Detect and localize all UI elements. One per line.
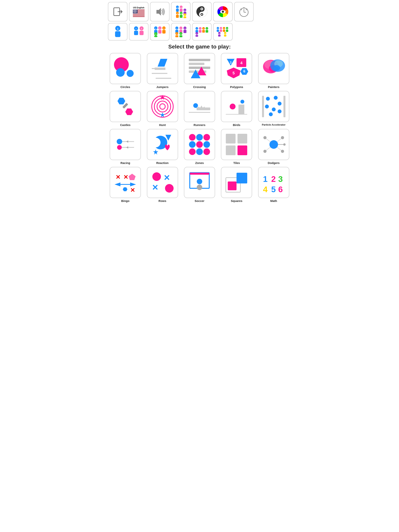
- svg-rect-114: [217, 30, 219, 32]
- svg-point-13: [135, 10, 136, 11]
- svg-text:✕: ✕: [130, 187, 135, 193]
- game-jumpers[interactable]: Jumpers: [145, 53, 180, 89]
- game-soccer[interactable]: Soccer: [182, 167, 217, 203]
- svg-text:6: 6: [225, 33, 225, 34]
- svg-point-17: [135, 11, 136, 11]
- game-reaction-label: Reaction: [156, 161, 168, 165]
- exit-button[interactable]: [108, 2, 127, 21]
- svg-point-14: [136, 10, 137, 11]
- svg-point-51: [201, 14, 202, 15]
- svg-text:✕: ✕: [152, 183, 158, 192]
- svg-rect-226: [190, 173, 209, 175]
- player-5-button[interactable]: 1 2 3 4 5: [192, 23, 212, 40]
- game-runners[interactable]: Runners: [182, 91, 217, 127]
- section-title: Select the game to play:: [108, 44, 291, 50]
- svg-point-198: [203, 141, 210, 148]
- svg-rect-205: [238, 146, 247, 155]
- svg-text:2: 2: [181, 7, 182, 8]
- player-4-button[interactable]: 1 2 3 4 5: [171, 23, 191, 40]
- color-wheel-button[interactable]: [213, 2, 233, 21]
- game-particle-accelerator[interactable]: Particle Accelerator: [256, 91, 291, 127]
- players-button[interactable]: 1 2 3 4 5 6: [171, 2, 191, 21]
- player-3-button[interactable]: 1 2 3 4: [150, 23, 169, 40]
- svg-point-170: [193, 103, 198, 108]
- svg-point-211: [281, 150, 284, 153]
- svg-rect-36: [176, 15, 179, 18]
- svg-rect-78: [162, 30, 166, 33]
- svg-text:✕: ✕: [123, 174, 128, 180]
- svg-rect-45: [184, 17, 186, 18]
- game-circles[interactable]: Circles: [108, 53, 143, 89]
- game-zones-label: Zones: [195, 161, 204, 165]
- svg-point-182: [272, 108, 276, 111]
- svg-rect-140: [189, 63, 204, 65]
- svg-point-26: [135, 12, 136, 13]
- game-polygons[interactable]: 4 5 6 3 Polygons: [219, 53, 254, 89]
- svg-point-158: [273, 65, 280, 71]
- svg-point-50: [201, 8, 202, 10]
- svg-point-55: [222, 11, 224, 12]
- svg-point-183: [278, 109, 282, 113]
- player-2-button[interactable]: 1 2: [129, 23, 148, 40]
- game-particle-accelerator-label: Particle Accelerator: [262, 123, 286, 126]
- svg-rect-105: [202, 30, 205, 33]
- svg-rect-69: [140, 31, 144, 35]
- svg-text:6: 6: [278, 185, 283, 194]
- player-6-button[interactable]: 1 2 3 4 5 6: [213, 23, 233, 40]
- svg-text:4: 4: [180, 33, 181, 34]
- svg-point-18: [136, 11, 137, 11]
- svg-text:5: 5: [233, 71, 235, 75]
- svg-rect-96: [183, 30, 186, 33]
- game-tiles[interactable]: Tiles: [219, 129, 254, 165]
- game-jumpers-label: Jumpers: [156, 85, 168, 89]
- svg-rect-203: [238, 134, 247, 144]
- svg-rect-230: [228, 182, 237, 190]
- svg-point-174: [230, 104, 236, 109]
- svg-point-23: [136, 12, 137, 12]
- game-castles[interactable]: Castles: [108, 91, 143, 127]
- svg-rect-126: [218, 34, 220, 37]
- svg-rect-30: [176, 9, 179, 12]
- svg-text:4: 4: [181, 13, 182, 14]
- player-count-row: 1 1 2 1 2 3 4: [108, 23, 291, 40]
- svg-point-180: [278, 102, 282, 106]
- svg-marker-218: [115, 183, 136, 186]
- svg-point-133: [127, 70, 134, 77]
- svg-rect-138: [155, 68, 165, 70]
- game-zones[interactable]: Zones: [182, 129, 217, 165]
- svg-rect-93: [180, 35, 182, 37]
- game-racing[interactable]: Racing: [108, 129, 143, 165]
- language-label: US English: [133, 6, 144, 9]
- language-button[interactable]: US English: [129, 2, 148, 21]
- yin-yang-button[interactable]: [192, 2, 212, 21]
- svg-text:3: 3: [224, 28, 224, 29]
- svg-text:1: 1: [217, 28, 218, 29]
- game-squares[interactable]: Squares: [219, 167, 254, 203]
- player-1-button[interactable]: 1: [108, 23, 127, 40]
- svg-text:2: 2: [180, 28, 181, 29]
- game-bingo[interactable]: ✕ ✕ ✕ Bingo: [108, 167, 143, 203]
- sound-button[interactable]: [150, 2, 169, 21]
- game-crossing[interactable]: Crossing: [182, 53, 217, 89]
- svg-text:6: 6: [185, 14, 185, 16]
- game-rows[interactable]: ✕ ✕ Rows: [145, 167, 180, 203]
- game-painters[interactable]: Painters: [256, 53, 291, 89]
- svg-text:4: 4: [227, 28, 227, 29]
- svg-point-22: [135, 12, 136, 12]
- game-reaction[interactable]: Reaction: [145, 129, 180, 165]
- game-birds[interactable]: Birds: [219, 91, 254, 127]
- svg-point-210: [264, 150, 266, 153]
- svg-point-179: [274, 96, 278, 100]
- svg-text:3: 3: [278, 174, 283, 184]
- svg-point-214: [283, 143, 286, 146]
- svg-point-12: [135, 10, 135, 11]
- svg-rect-111: [195, 35, 198, 37]
- svg-text:5: 5: [185, 28, 185, 29]
- svg-point-200: [196, 148, 203, 155]
- game-hunt[interactable]: Hunt: [145, 91, 180, 127]
- timer-button[interactable]: [234, 2, 254, 21]
- game-math[interactable]: 1 2 3 4 5 6 Math: [256, 167, 291, 203]
- svg-marker-192: [153, 149, 158, 155]
- game-dodgers[interactable]: Dodgers: [256, 129, 291, 165]
- svg-rect-123: [226, 30, 228, 32]
